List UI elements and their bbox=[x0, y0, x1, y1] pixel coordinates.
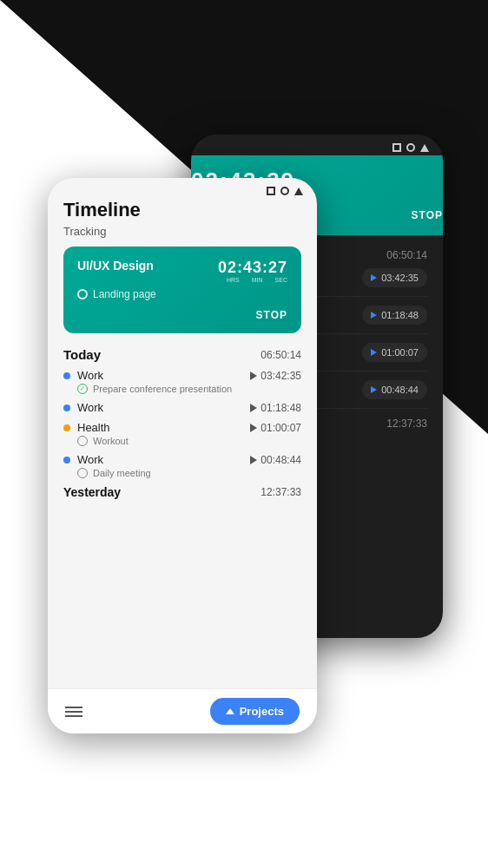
tracking-subtask: Landing page bbox=[77, 288, 287, 300]
today-total-time: 06:50:14 bbox=[260, 349, 301, 361]
entry-sub-work-3: Daily meeting bbox=[77, 468, 301, 478]
dark-duration-2: 01:18:48 bbox=[381, 310, 419, 320]
entry-work-3-left: Work bbox=[63, 453, 103, 466]
hamburger-line-1 bbox=[65, 707, 82, 708]
entry-duration-1[interactable]: 03:42:35 bbox=[250, 370, 301, 382]
active-time-labels: HRS MIN SEC bbox=[218, 277, 287, 283]
yesterday-title: Yesterday bbox=[63, 485, 121, 499]
dark-play-icon-1 bbox=[371, 274, 377, 281]
entry-work-1-left: Work bbox=[63, 369, 103, 382]
entry-sub-label-1: Prepare conference presentation bbox=[93, 384, 232, 394]
wifi-icon-light bbox=[294, 187, 303, 195]
circle-icon-work-3 bbox=[77, 468, 88, 478]
play-icon-3 bbox=[250, 424, 257, 432]
entry-label-work-1: Work bbox=[77, 369, 103, 382]
duration-value-3: 01:00:07 bbox=[260, 422, 301, 434]
dot-orange bbox=[63, 424, 70, 431]
dark-play-badge-4[interactable]: 00:48:44 bbox=[362, 380, 427, 399]
hamburger-line-3 bbox=[65, 715, 82, 717]
entry-health: Health 01:00:07 Workout bbox=[63, 421, 301, 446]
dot-blue-3 bbox=[63, 457, 70, 464]
wifi-icon bbox=[420, 144, 429, 152]
tracking-card-header: UI/UX Design 02:43:27 HRS MIN SEC bbox=[77, 259, 287, 283]
duration-value-2: 01:18:48 bbox=[260, 402, 301, 414]
signal-icon bbox=[406, 143, 415, 152]
light-status-bar bbox=[48, 178, 317, 199]
headline: Time tracking with a single click bbox=[0, 26, 488, 91]
battery-icon bbox=[392, 143, 401, 152]
app-title: Timeline bbox=[63, 199, 301, 221]
dark-duration-1: 03:42:35 bbox=[381, 273, 419, 283]
light-main-content: Timeline Tracking UI/UX Design 02:43:27 … bbox=[48, 199, 317, 499]
entry-label-health: Health bbox=[77, 421, 110, 434]
entry-sub-health: Workout bbox=[77, 436, 301, 446]
active-tracking-card: UI/UX Design 02:43:27 HRS MIN SEC Landin… bbox=[63, 247, 301, 333]
dark-play-icon-3 bbox=[371, 349, 377, 356]
upload-icon bbox=[226, 708, 234, 714]
entry-work-2: Work 01:18:48 bbox=[63, 401, 301, 414]
active-time-value: 02:43:27 bbox=[218, 259, 287, 277]
entry-work-1: Work 03:42:35 Prepare conference present… bbox=[63, 369, 301, 394]
duration-value-1: 03:42:35 bbox=[260, 370, 301, 382]
active-time-display: 02:43:27 HRS MIN SEC bbox=[218, 259, 287, 283]
entry-sub-label-health: Workout bbox=[93, 436, 129, 446]
dark-yesterday-time: 12:37:33 bbox=[386, 418, 427, 430]
entry-work-2-left: Work bbox=[63, 401, 103, 414]
signal-icon-light bbox=[280, 187, 289, 195]
play-icon-1 bbox=[250, 372, 257, 380]
light-phone: Timeline Tracking UI/UX Design 02:43:27 … bbox=[48, 178, 317, 733]
today-title: Today bbox=[63, 347, 101, 362]
dark-play-badge-2[interactable]: 01:18:48 bbox=[362, 306, 427, 325]
projects-label: Projects bbox=[240, 705, 284, 718]
entry-work-1-row: Work 03:42:35 bbox=[63, 369, 301, 382]
entry-work-3: Work 00:48:44 Daily meeting bbox=[63, 453, 301, 478]
entry-work-2-row: Work 01:18:48 bbox=[63, 401, 301, 414]
circle-icon-health bbox=[77, 436, 88, 446]
dark-play-icon-4 bbox=[371, 386, 377, 393]
entry-health-row: Health 01:00:07 bbox=[63, 421, 301, 434]
dark-duration-3: 01:00:07 bbox=[381, 347, 419, 358]
projects-button[interactable]: Projects bbox=[210, 698, 300, 725]
hamburger-menu[interactable] bbox=[65, 707, 82, 717]
dark-play-badge-1[interactable]: 03:42:35 bbox=[362, 268, 427, 287]
yesterday-section: Yesterday 12:37:33 bbox=[63, 485, 301, 499]
dark-duration-4: 00:48:44 bbox=[381, 385, 419, 395]
bottom-bar: Projects bbox=[48, 688, 317, 733]
entry-label-work-2: Work bbox=[77, 401, 103, 414]
entry-health-left: Health bbox=[63, 421, 110, 434]
duration-value-4: 00:48:44 bbox=[260, 454, 301, 466]
footer-label: LIGHT & DARK THEME bbox=[0, 826, 488, 842]
entry-label-work-3: Work bbox=[77, 453, 103, 466]
battery-icon-light bbox=[267, 187, 275, 195]
entry-duration-3[interactable]: 01:00:07 bbox=[250, 422, 301, 434]
subtask-label: Landing page bbox=[93, 288, 156, 300]
entry-duration-4[interactable]: 00:48:44 bbox=[250, 454, 301, 466]
dark-play-badge-3[interactable]: 01:00:07 bbox=[362, 343, 427, 362]
subtask-circle-icon bbox=[77, 289, 88, 299]
entry-duration-2[interactable]: 01:18:48 bbox=[250, 402, 301, 414]
dot-blue-1 bbox=[63, 372, 70, 379]
footer: LIGHT & DARK THEME bbox=[0, 826, 488, 842]
active-task-name: UI/UX Design bbox=[77, 259, 154, 273]
hamburger-line-2 bbox=[65, 711, 82, 713]
tracking-label: Tracking bbox=[63, 225, 301, 238]
dark-status-bar bbox=[191, 135, 443, 155]
play-icon-2 bbox=[250, 404, 257, 412]
dark-play-icon-2 bbox=[371, 312, 377, 319]
entry-sub-1: Prepare conference presentation bbox=[77, 384, 301, 394]
dot-blue-2 bbox=[63, 404, 70, 411]
check-icon-1 bbox=[77, 384, 88, 394]
entry-work-3-row: Work 00:48:44 bbox=[63, 453, 301, 466]
entry-sub-label-work-3: Daily meeting bbox=[93, 468, 151, 478]
today-section-header: Today 06:50:14 bbox=[63, 347, 301, 362]
yesterday-total-time: 12:37:33 bbox=[260, 486, 301, 498]
stop-button[interactable]: STOP bbox=[77, 309, 287, 321]
header: Time tracking with a single click bbox=[0, 26, 488, 91]
play-icon-4 bbox=[250, 456, 257, 464]
